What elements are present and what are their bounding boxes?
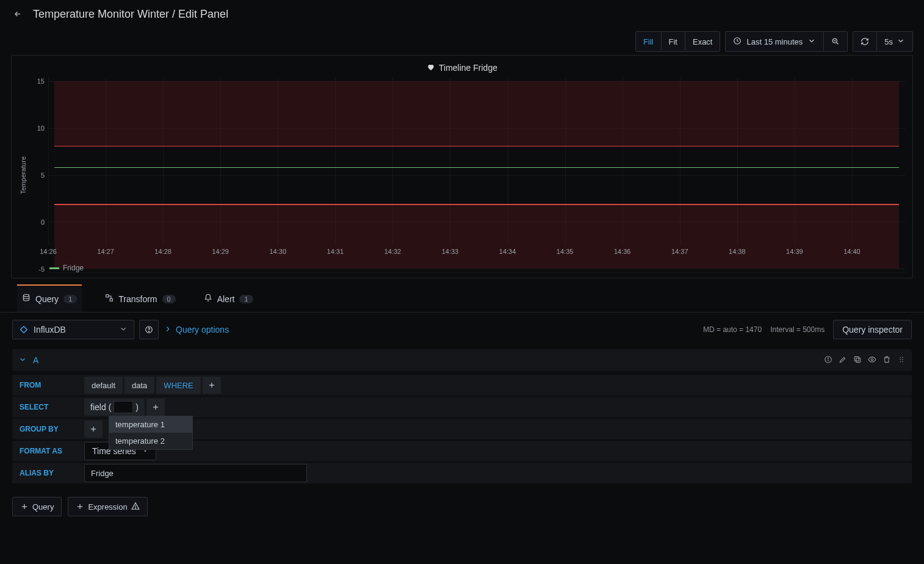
add-expression-button[interactable]: Expression [68, 497, 147, 516]
aliasby-label: ALIAS BY [12, 469, 84, 477]
svg-point-6 [149, 331, 150, 331]
datasource-help-button[interactable] [139, 320, 159, 339]
query-edit-icon[interactable] [839, 355, 847, 366]
upper-alert-zone [54, 81, 899, 145]
zoom-out-button[interactable] [824, 32, 847, 51]
view-exact-button[interactable]: Exact [685, 32, 720, 51]
heart-icon [427, 63, 435, 73]
query-inspector-button[interactable]: Query inspector [833, 320, 912, 339]
chevron-right-icon [164, 325, 172, 335]
autocomplete-item[interactable]: temperature 1 [109, 416, 192, 433]
view-fit-button[interactable]: Fit [662, 32, 685, 51]
plot-area[interactable]: 14:26 14:27 14:28 14:29 14:30 14:31 14:3… [48, 78, 905, 273]
x-tick: 14:30 [270, 248, 287, 255]
chevron-down-icon [897, 37, 905, 47]
svg-rect-4 [110, 298, 112, 301]
query-toggle-visibility-icon[interactable] [868, 355, 876, 366]
time-range-label: Last 15 minutes [746, 37, 803, 46]
where-keyword[interactable]: WHERE [156, 377, 200, 394]
from-measurement-segment[interactable]: data [125, 377, 154, 394]
add-expression-label: Expression [88, 502, 127, 512]
chevron-down-icon [18, 355, 27, 366]
svg-rect-10 [854, 356, 859, 361]
tab-alert[interactable]: Alert 1 [199, 284, 258, 312]
tab-alert-count: 1 [239, 295, 253, 303]
transform-icon [105, 294, 114, 304]
select-label: SELECT [12, 403, 84, 411]
x-tick: 14:40 [843, 248, 861, 255]
svg-point-11 [871, 358, 873, 361]
view-mode-group: Fill Fit Exact [635, 31, 721, 52]
query-duplicate-icon[interactable] [853, 355, 862, 366]
query-name: A [33, 355, 38, 365]
chevron-down-icon [807, 37, 816, 47]
datasource-name: InfluxDB [34, 325, 66, 334]
svg-point-12 [900, 356, 901, 358]
add-query-label: Query [32, 502, 54, 512]
query-help-icon[interactable] [824, 355, 832, 366]
y-tick: 15 [37, 78, 45, 85]
select-add-button[interactable] [146, 399, 165, 416]
legend-swatch [49, 267, 59, 269]
query-drag-handle-icon[interactable] [897, 355, 906, 366]
query-delete-icon[interactable] [882, 355, 891, 366]
help-icon [145, 325, 153, 334]
query-row-header[interactable]: A [12, 349, 912, 371]
bell-icon [204, 294, 212, 304]
formatas-label: FORMAT AS [12, 447, 84, 455]
query-options-toggle[interactable]: Query options [164, 325, 229, 335]
tab-query-count: 1 [63, 295, 77, 303]
y-tick: -5 [38, 266, 45, 273]
x-tick: 14:28 [154, 248, 171, 255]
refresh-group: 5s [853, 31, 913, 52]
chevron-down-icon [119, 325, 128, 335]
y-axis-label: Temperature [19, 78, 27, 273]
svg-point-8 [828, 358, 829, 358]
select-autocomplete-dropdown: temperature 1 temperature 2 [109, 416, 193, 450]
datasource-picker[interactable]: InfluxDB [12, 320, 134, 339]
select-field-input[interactable] [114, 401, 133, 413]
svg-point-15 [902, 359, 903, 360]
chart-legend[interactable]: Fridge [48, 264, 84, 272]
influx-icon [19, 325, 29, 334]
tab-query[interactable]: Query 1 [17, 284, 82, 312]
zoom-out-icon [831, 37, 840, 46]
x-tick: 14:37 [671, 248, 688, 255]
x-tick: 14:27 [97, 248, 114, 255]
refresh-button[interactable] [853, 32, 877, 51]
x-tick: 14:29 [212, 248, 229, 255]
x-axis-ticks: 14:26 14:27 14:28 14:29 14:30 14:31 14:3… [48, 248, 905, 258]
refresh-interval-button[interactable]: 5s [877, 32, 912, 51]
from-label: FROM [12, 381, 84, 389]
x-tick: 14:35 [557, 248, 574, 255]
panel-title-text: Timeline Fridge [439, 63, 497, 73]
time-range-button[interactable]: Last 15 minutes [726, 32, 824, 51]
x-tick: 14:34 [499, 248, 516, 255]
threshold-lower [54, 204, 899, 205]
x-tick: 14:32 [384, 248, 402, 255]
plus-icon [208, 381, 216, 389]
groupby-add-button[interactable] [84, 421, 103, 438]
view-fill-button[interactable]: Fill [636, 32, 662, 51]
plus-icon [76, 502, 84, 511]
groupby-label: GROUP BY [12, 425, 84, 433]
series-fridge-line [54, 167, 899, 168]
back-arrow[interactable] [11, 7, 24, 21]
chart-panel: Timeline Fridge Temperature 15 10 5 0 -5 [11, 55, 913, 278]
aliasby-input[interactable] [84, 464, 307, 482]
database-icon [22, 294, 31, 304]
svg-point-2 [23, 294, 29, 297]
x-tick: 14:38 [729, 248, 746, 255]
y-tick: 0 [41, 219, 45, 226]
svg-point-18 [135, 508, 135, 508]
select-field-segment[interactable]: field ( ) temperature 1 temperature 2 [84, 399, 145, 416]
from-policy-segment[interactable]: default [84, 377, 123, 394]
add-query-button[interactable]: Query [12, 497, 62, 516]
tab-transform-label: Transform [118, 294, 157, 304]
autocomplete-item[interactable]: temperature 2 [109, 433, 192, 449]
x-tick: 14:26 [40, 248, 57, 255]
select-func: field [90, 402, 106, 412]
where-add-button[interactable] [203, 377, 221, 394]
svg-point-14 [900, 359, 901, 360]
tab-transform[interactable]: Transform 0 [100, 284, 180, 312]
